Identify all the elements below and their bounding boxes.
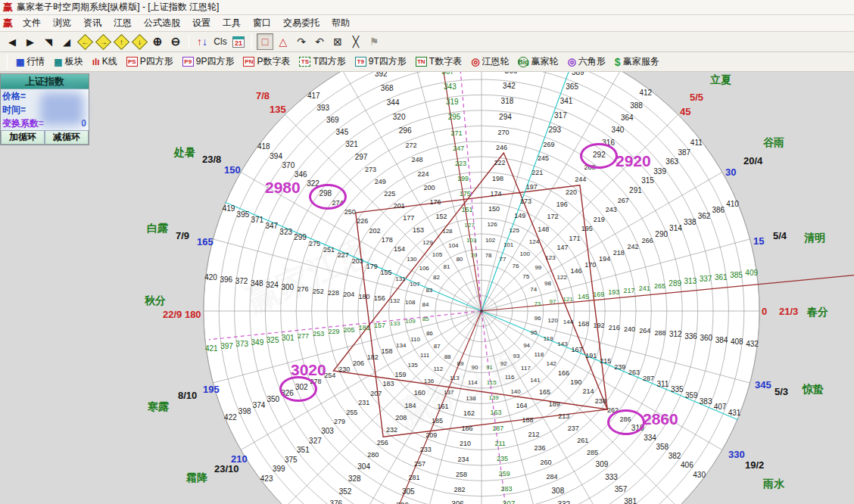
wheel-number: 172 xyxy=(547,213,558,220)
wheel-number: 225 xyxy=(384,190,395,198)
wheel-number: 376 xyxy=(329,499,342,504)
nav-up-corner-button[interactable]: ◥ xyxy=(40,33,57,50)
arc-cw-tool-button[interactable]: ↷ xyxy=(293,33,310,50)
wheel-number: 168 xyxy=(578,320,589,328)
wheel-number: 305 xyxy=(402,487,415,496)
wheel-number: 211 xyxy=(494,440,505,447)
gann-wheel-button[interactable]: ◎江恩轮 xyxy=(471,55,509,68)
wheel-number: 212 xyxy=(528,431,539,438)
rim-label-180: 22/9 180 xyxy=(163,309,201,320)
t-table-button[interactable]: TNT数字表 xyxy=(416,55,462,68)
menu-item-1[interactable]: 浏览 xyxy=(47,15,77,31)
winner-service-button[interactable]: $赢家服务 xyxy=(615,55,659,68)
wheel-number: 197 xyxy=(526,183,538,191)
wheel-number: 200 xyxy=(423,184,435,191)
index-info-panel: 上证指数 价格= 时间= 变换系数= 0 加循环 减循环 xyxy=(0,73,89,145)
cross-tool-button[interactable]: ╳ xyxy=(348,33,364,50)
rim-label-30-term: 谷雨 xyxy=(763,136,784,150)
hexagon-button[interactable]: ◎六角形 xyxy=(567,55,605,68)
pan-down-button[interactable]: ↓ xyxy=(131,33,148,50)
wheel-number: 127 xyxy=(464,222,475,229)
zoom-in-button[interactable]: ⊕ xyxy=(149,33,166,50)
wheel-number: 169 xyxy=(593,291,604,298)
wheel-number: 104 xyxy=(448,242,459,249)
wheel-number: 244 xyxy=(575,176,586,183)
wheel-number: 209 xyxy=(425,431,437,439)
wheel-number: 311 xyxy=(656,380,669,388)
wheel-number: 208 xyxy=(395,414,407,422)
rim-label-330: 330 xyxy=(728,449,745,460)
wheel-number: 325 xyxy=(266,336,279,344)
9p-square-button[interactable]: P99P四方形 xyxy=(182,55,235,68)
app-logo: 赢 xyxy=(3,1,13,14)
wheel-number: 141 xyxy=(530,377,541,384)
wheel-number: 397 xyxy=(220,342,233,350)
price-label-2920: 2920 xyxy=(616,152,651,170)
wheel-number: 309 xyxy=(596,460,609,468)
nav-right-button[interactable]: ▶ xyxy=(22,33,39,50)
wheel-number: 287 xyxy=(643,375,654,382)
wheel-number: 122 xyxy=(557,274,568,281)
calendar-button[interactable]: 21 xyxy=(230,33,247,50)
menu-item-9[interactable]: 帮助 xyxy=(326,15,356,31)
wheel-number: 273 xyxy=(365,166,376,173)
wheel-number: 175 xyxy=(460,190,471,198)
zoom-out-button[interactable]: ⊖ xyxy=(167,33,184,50)
menu-item-4[interactable]: 公式选股 xyxy=(138,15,186,31)
wheel-number: 266 xyxy=(641,237,653,244)
p-square-button[interactable]: PSP四方形 xyxy=(126,55,173,68)
wheel-number: 336 xyxy=(684,332,697,341)
menu-item-5[interactable]: 设置 xyxy=(186,15,217,31)
wheel-number: 368 xyxy=(381,84,394,92)
box-x-tool-button[interactable]: ⊠ xyxy=(329,33,346,50)
wheel-number: 372 xyxy=(235,277,248,285)
wheel-number: 194 xyxy=(599,255,610,263)
menu-item-2[interactable]: 资讯 xyxy=(77,15,108,31)
wheel-number: 246 xyxy=(496,144,507,151)
wheel-number: 239 xyxy=(614,363,625,371)
wheel-number: 131 xyxy=(395,275,406,282)
menu-item-0[interactable]: 文件 xyxy=(17,15,47,31)
pin-tool-button[interactable]: ⚑ xyxy=(366,33,382,50)
wheel-number: 237 xyxy=(568,425,579,432)
nav-left-button[interactable]: ◀ xyxy=(4,33,20,50)
wheel-number: 129 xyxy=(422,239,433,246)
wheel-number: 269 xyxy=(544,141,555,148)
wheel-number: 219 xyxy=(594,216,605,223)
p-table-button[interactable]: PNP数字表 xyxy=(243,55,290,68)
wheel-number: 115 xyxy=(487,379,497,386)
wheel-number: 152 xyxy=(435,213,447,220)
triangle-tool-button[interactable]: △ xyxy=(275,33,291,50)
kline-button[interactable]: ılıK线 xyxy=(92,55,117,68)
gann-wheel-chart[interactable]: 7374757677787980818283848586878889909192… xyxy=(0,72,854,504)
wheel-number: 93 xyxy=(513,353,519,359)
cls-button[interactable]: Cls xyxy=(212,33,229,50)
pan-up-button[interactable]: ↑ xyxy=(113,33,129,50)
quotes-label: 行情 xyxy=(26,55,45,68)
menu-item-6[interactable]: 工具 xyxy=(217,15,247,31)
nav-down-corner-button[interactable]: ◢ xyxy=(58,33,75,50)
sub-cycle-button[interactable]: 减循环 xyxy=(45,130,89,145)
price-label-2860: 2860 xyxy=(643,410,678,428)
up-down-sort-button[interactable]: ↑↓ xyxy=(194,33,210,50)
menu-item-7[interactable]: 窗口 xyxy=(247,15,277,31)
wheel-number: 163 xyxy=(490,409,501,416)
add-cycle-button[interactable]: 加循环 xyxy=(1,130,45,145)
pan-left-button[interactable]: ← xyxy=(76,33,93,50)
box-x-tool-icon: ⊠ xyxy=(333,36,342,48)
winner-wheel-button[interactable]: Big赢家轮 xyxy=(518,55,558,68)
square-tool-button[interactable]: □ xyxy=(257,33,273,50)
sectors-button[interactable]: ▩板块 xyxy=(54,55,83,68)
9t-square-button[interactable]: T99T四方形 xyxy=(355,55,407,68)
wheel-number: 76 xyxy=(512,263,519,269)
wheel-number: 346 xyxy=(295,170,307,179)
menu-item-8[interactable]: 交易委托 xyxy=(277,15,326,31)
quotes-button[interactable]: ▦行情 xyxy=(16,55,45,68)
pan-right-button[interactable]: → xyxy=(95,33,111,50)
arc-ccw-tool-button[interactable]: ↶ xyxy=(311,33,328,50)
wheel-number: 181 xyxy=(359,324,370,331)
t-square-button[interactable]: TST四方形 xyxy=(299,55,345,68)
wheel-number: 183 xyxy=(382,380,394,387)
9p-square-icon: P9 xyxy=(182,57,194,67)
menu-item-3[interactable]: 江恩 xyxy=(108,15,138,31)
